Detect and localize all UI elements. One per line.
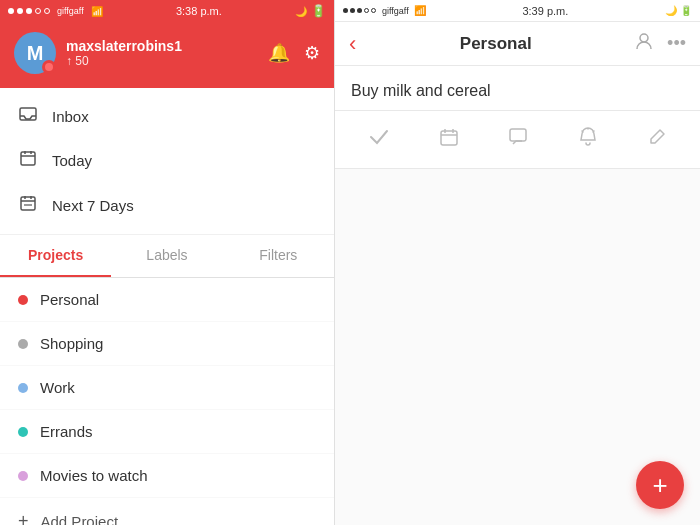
- status-bar-left: giffgaff 📶 3:38 p.m. 🌙 🔋: [0, 0, 334, 22]
- svg-point-10: [640, 34, 648, 42]
- project-dot-errands: [18, 427, 28, 437]
- status-icons-right: 🌙 🔋: [665, 5, 692, 16]
- toolbar-calendar-button[interactable]: [430, 122, 468, 157]
- tabs-row: Projects Labels Filters: [0, 235, 334, 278]
- signal-dot-3: [26, 8, 32, 14]
- avatar-badge-dot: [45, 63, 53, 71]
- right-header-icons: •••: [635, 32, 686, 55]
- avatar-badge: [42, 60, 56, 74]
- project-label-shopping: Shopping: [40, 335, 103, 352]
- svg-rect-15: [510, 129, 526, 141]
- toolbar-reminder-button[interactable]: [569, 121, 607, 158]
- r-dot-3: [357, 8, 362, 13]
- header-left: M maxslaterrobins1 ↑ 50 🔔 ⚙: [0, 22, 334, 88]
- project-label-errands: Errands: [40, 423, 93, 440]
- avatar[interactable]: M: [14, 32, 56, 74]
- projects-list: Personal Shopping Work Errands Movies to…: [0, 278, 334, 525]
- project-item-movies[interactable]: Movies to watch: [0, 454, 334, 498]
- svg-rect-11: [441, 131, 457, 145]
- fab-add-button[interactable]: +: [636, 461, 684, 509]
- signal-dots: giffgaff 📶: [8, 6, 103, 17]
- avatar-letter: M: [27, 42, 44, 65]
- moon-icon-left: 🌙: [295, 6, 307, 17]
- time-left: 3:38 p.m.: [176, 5, 222, 17]
- signal-dot-1: [8, 8, 14, 14]
- task-text: Buy milk and cereal: [351, 80, 684, 102]
- tab-projects[interactable]: Projects: [0, 235, 111, 277]
- project-item-errands[interactable]: Errands: [0, 410, 334, 454]
- inbox-label: Inbox: [52, 108, 89, 125]
- status-icons-right-left: 🌙 🔋: [295, 4, 326, 18]
- user-details: maxslaterrobins1 ↑ 50: [66, 38, 182, 68]
- carrier-label-right: giffgaff: [382, 6, 409, 16]
- next7days-icon: [18, 195, 38, 216]
- project-item-shopping[interactable]: Shopping: [0, 322, 334, 366]
- user-info-section: M maxslaterrobins1 ↑ 50: [14, 32, 182, 74]
- inbox-icon: [18, 106, 38, 126]
- settings-icon[interactable]: ⚙: [304, 42, 320, 64]
- back-button[interactable]: ‹: [349, 33, 356, 55]
- project-item-personal[interactable]: Personal: [0, 278, 334, 322]
- project-item-work[interactable]: Work: [0, 366, 334, 410]
- project-dot-shopping: [18, 339, 28, 349]
- battery-icon-right: 🔋: [680, 5, 692, 16]
- project-label-work: Work: [40, 379, 75, 396]
- status-bar-right: giffgaff 📶 3:39 p.m. 🌙 🔋: [335, 0, 700, 22]
- r-dot-5: [371, 8, 376, 13]
- wifi-icon-left: 📶: [91, 6, 103, 17]
- fab-container: +: [335, 169, 700, 525]
- tab-labels[interactable]: Labels: [111, 235, 222, 277]
- project-label-movies: Movies to watch: [40, 467, 148, 484]
- battery-icon-left: 🔋: [311, 4, 326, 18]
- r-dot-4: [364, 8, 369, 13]
- r-dot-2: [350, 8, 355, 13]
- toolbar-check-button[interactable]: [359, 123, 399, 156]
- nav-item-today[interactable]: Today: [0, 138, 334, 183]
- nav-item-next7days[interactable]: Next 7 Days: [0, 183, 334, 228]
- header-right: ‹ Personal •••: [335, 22, 700, 66]
- toolbar-edit-button[interactable]: [638, 122, 676, 157]
- next7days-label: Next 7 Days: [52, 197, 134, 214]
- signal-dot-4: [35, 8, 41, 14]
- today-icon: [18, 150, 38, 171]
- signal-dots-right: giffgaff 📶: [343, 5, 426, 16]
- username-label: maxslaterrobins1: [66, 38, 182, 54]
- task-toolbar: [335, 111, 700, 169]
- panel-title: Personal: [460, 34, 532, 54]
- today-label: Today: [52, 152, 92, 169]
- left-panel: giffgaff 📶 3:38 p.m. 🌙 🔋 M maxslaterrobi…: [0, 0, 335, 525]
- project-dot-movies: [18, 471, 28, 481]
- nav-section: Inbox Today: [0, 88, 334, 235]
- time-right: 3:39 p.m.: [522, 5, 568, 17]
- tab-filters[interactable]: Filters: [223, 235, 334, 277]
- project-dot-work: [18, 383, 28, 393]
- svg-rect-5: [21, 197, 35, 210]
- right-panel: giffgaff 📶 3:39 p.m. 🌙 🔋 ‹ Personal ••• …: [335, 0, 700, 525]
- person-icon[interactable]: [635, 32, 653, 55]
- nav-item-inbox[interactable]: Inbox: [0, 94, 334, 138]
- add-project-button[interactable]: + Add Project: [0, 498, 334, 525]
- carrier-label-left: giffgaff: [57, 6, 84, 16]
- signal-dot-5: [44, 8, 50, 14]
- project-label-personal: Personal: [40, 291, 99, 308]
- moon-icon-right: 🌙: [665, 5, 677, 16]
- wifi-icon-right: 📶: [414, 5, 426, 16]
- add-icon: +: [18, 511, 29, 525]
- project-dot-personal: [18, 295, 28, 305]
- toolbar-comment-button[interactable]: [499, 122, 537, 157]
- add-project-label: Add Project: [41, 513, 119, 525]
- karma-label: ↑ 50: [66, 54, 182, 68]
- svg-rect-0: [20, 108, 36, 120]
- header-action-icons: 🔔 ⚙: [268, 42, 320, 64]
- signal-dot-2: [17, 8, 23, 14]
- task-area: Buy milk and cereal: [335, 66, 700, 111]
- notification-icon[interactable]: 🔔: [268, 42, 290, 64]
- more-icon[interactable]: •••: [667, 33, 686, 54]
- r-dot-1: [343, 8, 348, 13]
- svg-rect-1: [21, 152, 35, 165]
